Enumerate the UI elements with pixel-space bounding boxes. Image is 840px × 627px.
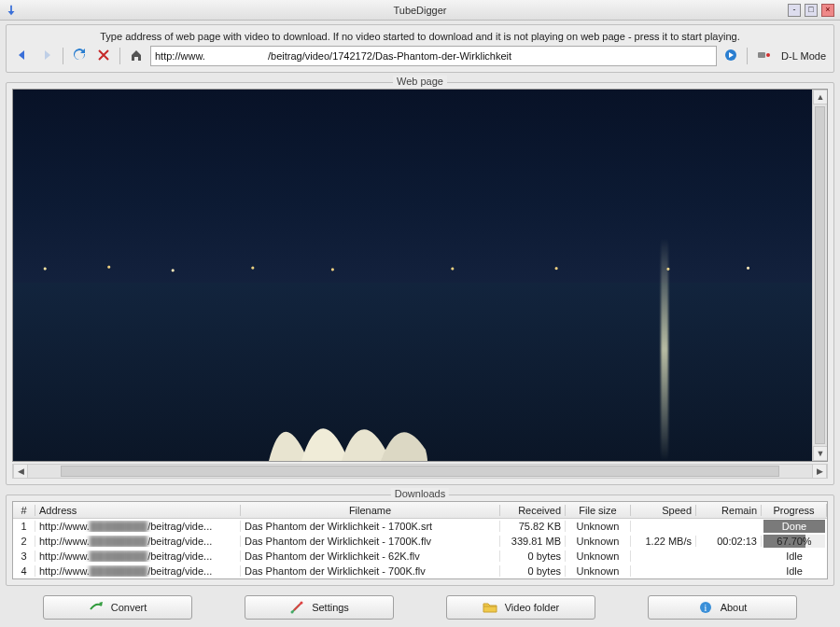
web-page-group: Web page ▲ ▼ ◀ <box>6 82 834 485</box>
settings-label: Settings <box>312 602 349 613</box>
cell-num: 4 <box>13 565 35 577</box>
cell-address: http://www.████████/beitrag/vide... <box>35 536 241 547</box>
toolbar-separator <box>747 48 748 64</box>
vertical-scrollbar[interactable]: ▲ ▼ <box>812 90 827 461</box>
cell-num: 3 <box>13 550 35 562</box>
svg-point-2 <box>766 53 770 57</box>
scroll-up-icon[interactable]: ▲ <box>813 90 828 104</box>
cell-filename: Das Phantom der Wirklichkeit - 1700K.srt <box>241 521 500 532</box>
hscroll-thumb[interactable] <box>61 466 778 477</box>
forward-icon <box>40 49 53 63</box>
cell-filename: Das Phantom der Wirklichkeit - 62K.flv <box>241 550 500 562</box>
settings-button[interactable]: Settings <box>245 595 394 620</box>
hscroll-track[interactable] <box>30 466 810 477</box>
address-toolbar-group: Type address of web page with video to d… <box>6 24 834 73</box>
reload-button[interactable] <box>69 46 90 66</box>
about-icon: i <box>698 600 713 615</box>
cell-filesize: Unknown <box>566 550 631 562</box>
cell-filesize: Unknown <box>566 521 631 532</box>
home-icon <box>130 49 143 63</box>
record-button[interactable] <box>753 46 774 66</box>
convert-label: Convert <box>111 602 147 613</box>
col-address[interactable]: Address <box>35 505 241 516</box>
cell-num: 1 <box>13 521 35 532</box>
close-button[interactable]: × <box>821 4 834 17</box>
downloads-table[interactable]: # Address Filename Received File size Sp… <box>12 501 828 579</box>
col-received[interactable]: Received <box>500 505 566 516</box>
cell-filename: Das Phantom der Wirklichkeit - 700K.flv <box>241 565 500 577</box>
web-page-viewport[interactable]: ▲ ▼ <box>12 89 828 462</box>
toolbar-separator <box>119 48 120 64</box>
stop-icon <box>98 49 109 63</box>
table-row[interactable]: 2http://www.████████/beitrag/vide...Das … <box>13 534 827 549</box>
col-filename[interactable]: Filename <box>241 505 500 516</box>
cell-progress: 67.70% <box>762 534 827 549</box>
cell-received: 0 bytes <box>500 565 566 577</box>
maximize-button[interactable]: □ <box>805 4 818 17</box>
cell-progress: Idle <box>762 550 827 563</box>
convert-button[interactable]: Convert <box>43 595 192 620</box>
table-row[interactable]: 3http://www.████████/beitrag/vide...Das … <box>13 549 827 564</box>
mode-label: D-L Mode <box>779 50 828 62</box>
web-page-label: Web page <box>393 76 447 87</box>
video-folder-button[interactable]: Video folder <box>446 595 595 620</box>
record-icon <box>757 49 770 63</box>
table-row[interactable]: 4http://www.████████/beitrag/vide...Das … <box>13 564 827 578</box>
video-area[interactable] <box>13 90 812 461</box>
video-folder-label: Video folder <box>505 602 560 613</box>
cell-filesize: Unknown <box>566 536 631 547</box>
col-progress[interactable]: Progress <box>762 504 827 517</box>
toolbar-separator <box>63 48 63 64</box>
about-button[interactable]: i About <box>648 595 797 620</box>
cell-received: 0 bytes <box>500 550 566 562</box>
minimize-button[interactable]: ‐ <box>788 4 801 17</box>
window-controls: ‐ □ × <box>788 4 840 17</box>
col-speed[interactable]: Speed <box>631 505 696 516</box>
convert-icon <box>89 600 104 615</box>
reload-icon <box>73 49 86 63</box>
col-filesize[interactable]: File size <box>566 505 631 516</box>
bottom-button-bar: Convert Settings Video folder i About <box>6 590 834 621</box>
folder-icon <box>483 600 497 615</box>
about-label: About <box>721 602 748 613</box>
home-button[interactable] <box>126 46 147 66</box>
downloads-body: 1http://www.████████/beitrag/vide...Das … <box>13 519 827 578</box>
address-input[interactable] <box>150 46 717 66</box>
cell-num: 2 <box>13 536 35 547</box>
table-row[interactable]: 1http://www.████████/beitrag/vide...Das … <box>13 519 827 534</box>
stop-button[interactable] <box>93 46 114 66</box>
app-icon <box>4 3 19 18</box>
cell-address: http://www.████████/beitrag/vide... <box>35 521 241 532</box>
cell-received: 75.82 KB <box>500 521 566 532</box>
cell-progress: Idle <box>762 564 827 578</box>
scroll-down-icon[interactable]: ▼ <box>813 446 828 461</box>
scroll-left-icon[interactable]: ◀ <box>13 464 28 479</box>
svg-rect-1 <box>758 52 765 58</box>
cell-remain: 00:02:13 <box>696 536 762 547</box>
downloads-group: Downloads # Address Filename Received Fi… <box>6 495 834 586</box>
hint-text: Type address of web page with video to d… <box>12 31 828 42</box>
client-area: Type address of web page with video to d… <box>0 21 840 627</box>
scroll-thumb[interactable] <box>815 106 825 444</box>
forward-button[interactable] <box>36 46 57 66</box>
col-num[interactable]: # <box>13 505 35 516</box>
svg-point-3 <box>291 611 294 614</box>
app-title: TubeDigger <box>0 5 840 16</box>
downloads-label: Downloads <box>391 488 449 499</box>
scroll-right-icon[interactable]: ▶ <box>812 464 827 479</box>
cell-filename: Das Phantom der Wirklichkeit - 1700K.flv <box>241 536 500 547</box>
downloads-header-row: # Address Filename Received File size Sp… <box>13 502 827 519</box>
go-icon <box>724 49 737 63</box>
col-remain[interactable]: Remain <box>696 505 762 516</box>
cell-received: 339.81 MB <box>500 536 566 547</box>
settings-icon <box>289 600 304 615</box>
go-button[interactable] <box>721 46 741 66</box>
cell-progress: Done <box>762 519 827 534</box>
horizontal-scrollbar[interactable]: ◀ ▶ <box>12 464 828 479</box>
toolbar-row: D-L Mode <box>12 46 828 66</box>
cell-filesize: Unknown <box>566 565 631 577</box>
back-button[interactable] <box>12 46 33 66</box>
back-icon <box>16 49 29 63</box>
city-lights <box>13 260 812 277</box>
titlebar: TubeDigger ‐ □ × <box>0 0 840 21</box>
